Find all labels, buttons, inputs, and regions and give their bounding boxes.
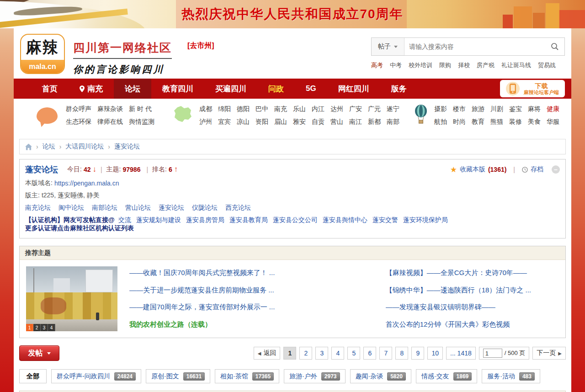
city-link[interactable]: 自贡 <box>312 118 324 126</box>
recommended-thread-link[interactable]: ——关于进一步规范蓬安县住房前期物业服务 ... <box>129 286 325 295</box>
quick-link[interactable]: 麻辣杂谈 <box>97 105 123 113</box>
tab-all[interactable]: 全部 <box>19 369 47 383</box>
cert-link[interactable]: 蓬安县舆情中心 <box>323 216 367 224</box>
cert-link[interactable]: 蓬安交警 <box>372 216 398 224</box>
related-forum-link[interactable]: 仪陇论坛 <box>192 204 218 212</box>
forum-title[interactable]: 蓬安论坛 <box>25 164 58 175</box>
cert-link[interactable]: 蓬安环境保护局 <box>403 216 448 224</box>
city-link[interactable]: 雅安 <box>293 118 306 126</box>
tab-lvyou-huwai[interactable]: 旅游·户外 2973 <box>284 369 345 383</box>
cert-link[interactable]: 交流 <box>118 216 131 224</box>
city-link[interactable]: 巴中 <box>255 105 268 113</box>
topic-link[interactable]: 川剧 <box>490 105 503 113</box>
cert-suffix[interactable]: 更多认证请点击麻辣社区机构认证列表 <box>25 224 134 233</box>
page-button-10[interactable]: 10 <box>427 347 443 360</box>
page-button-5[interactable]: 5 <box>347 347 360 360</box>
nav-item-nanchong[interactable]: 南充 <box>69 79 114 99</box>
nav-item-home[interactable]: 首页 <box>31 79 69 99</box>
recommended-thread-link[interactable]: 【锦绣中华】——逶迤陕西行（18）法门寺之 ... <box>386 286 559 295</box>
tab-qinggan-jiaoyou[interactable]: 情感·交友 1869 <box>416 369 477 383</box>
page-button-9[interactable]: 9 <box>411 347 424 360</box>
slideshow-image[interactable]: 1 2 3 4 <box>26 266 117 331</box>
breadcrumb-forum[interactable]: 论坛 <box>43 143 55 151</box>
city-link[interactable]: 绵阳 <box>218 105 231 113</box>
slide-number[interactable]: 3 <box>41 324 48 331</box>
recommended-thread-link[interactable]: ——发现蓬安县银汉镇明朝界碑—— <box>386 303 559 312</box>
city-link[interactable]: 眉山 <box>274 118 287 126</box>
city-link[interactable]: 德阳 <box>237 105 250 113</box>
related-forum-link[interactable]: 阆中论坛 <box>58 204 84 212</box>
cert-link[interactable]: 蓬安县教育局 <box>229 216 268 224</box>
topic-link[interactable]: 摄影 <box>434 105 447 113</box>
recommended-thread-link[interactable]: 我的农村创业之路（连载） <box>129 320 325 329</box>
page-button-6[interactable]: 6 <box>363 347 376 360</box>
city-link[interactable]: 成都 <box>199 105 212 113</box>
topic-link[interactable]: 航拍 <box>434 118 447 126</box>
site-logo[interactable]: 麻辣 mala.cn <box>20 34 65 74</box>
tab-xiangru-chaguan[interactable]: 相如·茶馆 17365 <box>215 369 279 383</box>
quick-link[interactable]: 群众呼声 <box>66 105 91 113</box>
page-button-2[interactable]: 2 <box>299 347 312 360</box>
page-button-4[interactable]: 4 <box>331 347 344 360</box>
city-link[interactable]: 乐山 <box>293 105 306 113</box>
nav-item-education[interactable]: 教育四川 <box>151 79 204 99</box>
breadcrumb-pengan[interactable]: 蓬安论坛 <box>114 143 140 151</box>
search-input[interactable] <box>404 43 545 50</box>
related-forum-link[interactable]: 蓬安论坛 <box>159 204 184 212</box>
city-link[interactable]: 广元 <box>368 105 381 113</box>
archive-link[interactable]: 存档 <box>531 165 543 174</box>
topic-link[interactable]: 旅游 <box>472 105 484 113</box>
hot-word[interactable]: 校外培训 <box>409 61 432 69</box>
page-button-3[interactable]: 3 <box>315 347 328 360</box>
search-category-dropdown[interactable]: 帖子 <box>372 38 404 55</box>
search-button[interactable] <box>545 38 564 55</box>
city-link[interactable]: 泸州 <box>199 118 212 126</box>
topic-link-health[interactable]: 健康 <box>547 105 559 113</box>
topic-link[interactable]: 美食 <box>528 118 541 126</box>
city-link[interactable]: 达州 <box>330 105 343 113</box>
hot-word[interactable]: 房产税 <box>477 61 495 69</box>
mods-names[interactable]: t225, 蓬安睡佛, 静美 <box>42 191 100 200</box>
nav-item-shopping[interactable]: 买遍四川 <box>204 79 257 99</box>
cert-link[interactable]: 蓬安规划与建设 <box>136 216 181 224</box>
related-forum-link[interactable]: 西充论坛 <box>225 204 251 212</box>
goto-city-link[interactable]: [去市州] <box>187 41 214 76</box>
nav-item-banwu[interactable]: 版务 <box>380 79 418 99</box>
topic-link[interactable]: 鉴宝 <box>509 105 522 113</box>
topic-link[interactable]: 熊猫 <box>490 118 503 126</box>
recommended-thread-link[interactable]: 【麻辣视频】——全景CG大片：史诗70年—— <box>386 269 559 277</box>
page-button-8[interactable]: 8 <box>395 347 408 360</box>
nav-item-wanghong[interactable]: 网红四川 <box>327 79 380 99</box>
topic-link[interactable]: 华服 <box>547 118 559 126</box>
topic-link[interactable]: 教育 <box>472 118 484 126</box>
city-link[interactable]: 营山 <box>330 118 343 126</box>
cert-link[interactable]: 蓬安县公交公司 <box>273 216 318 224</box>
cert-link[interactable]: 蓬安县房管局 <box>186 216 224 224</box>
city-link[interactable]: 宜宾 <box>218 118 231 126</box>
hot-word[interactable]: 礼让斑马线 <box>501 61 531 69</box>
quick-link[interactable]: 舆情监测 <box>129 118 154 126</box>
slide-number[interactable]: 4 <box>48 324 55 331</box>
new-post-button[interactable]: 发帖 <box>19 345 59 361</box>
recommended-thread-link[interactable]: 首次公布的12分钟《开国大典》彩色视频 <box>386 320 559 329</box>
favorite-board-link[interactable]: 收藏本版 <box>460 165 485 174</box>
tab-yuanchuang-tuwen[interactable]: 原创·图文 16631 <box>146 369 210 383</box>
topic-link[interactable]: 麻将 <box>528 105 541 113</box>
tab-fuwu-huodong[interactable]: 服务·活动 483 <box>482 369 540 383</box>
slide-number[interactable]: 2 <box>33 324 41 331</box>
hot-word[interactable]: 中考 <box>390 61 402 69</box>
hot-word[interactable]: 限购 <box>439 61 451 69</box>
quick-link[interactable]: 生态环保 <box>66 118 91 126</box>
slide-number[interactable]: 1 <box>26 324 33 331</box>
topic-link[interactable]: 装修 <box>509 118 522 126</box>
quick-link[interactable]: 律师在线 <box>97 118 123 126</box>
nav-item-wenzheng[interactable]: 问政 <box>257 79 295 99</box>
city-link[interactable]: 南江 <box>349 118 362 126</box>
hot-word[interactable]: 择校 <box>458 61 470 69</box>
city-link[interactable]: 新都 <box>368 118 381 126</box>
next-page-button[interactable]: 下一页 ▶ <box>532 347 566 360</box>
city-link[interactable]: 广安 <box>349 105 362 113</box>
related-forum-link[interactable]: 南部论坛 <box>92 204 117 212</box>
recommended-thread-link[interactable]: ——建国70周年之际，蓬安宣传部对外展示一 ... <box>129 303 325 312</box>
tab-qunzhong-huxheng[interactable]: 群众呼声-问政四川 24824 <box>51 369 141 383</box>
